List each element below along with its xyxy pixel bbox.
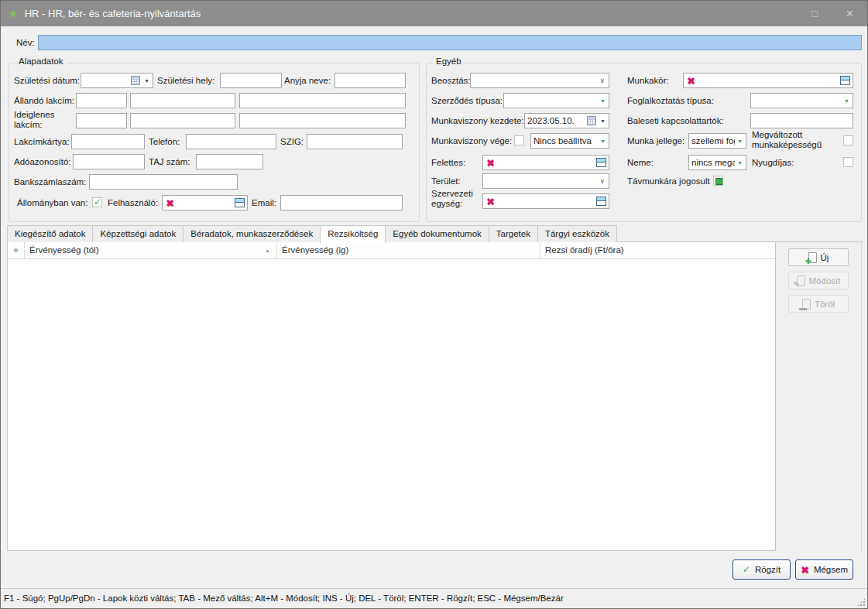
taj-szam-input[interactable] [196,154,263,169]
szervezeti-egyseg-lookup[interactable]: ✖ [482,193,609,209]
rogzit-button[interactable]: ✓ Rögzít [732,559,791,580]
nyugdijas-checkbox[interactable] [843,157,853,167]
lookup-button[interactable] [232,197,246,209]
required-x-icon: ✖ [166,197,174,209]
dropdown-arrow-icon[interactable]: ▼ [737,160,743,166]
megvaltozott-label: Megváltozott munkaképességű [752,130,841,150]
munka-jellege-dropdown[interactable]: szellemi fogl ▼ [688,133,746,149]
delete-document-icon: ▬ [802,299,811,310]
szuletesi-datum-input[interactable]: ▼ [81,73,153,88]
group-egyeb-title: Egyéb [433,56,465,66]
tab-kiegeszito-adatok[interactable]: Kiegészítő adatok [7,225,93,242]
megvaltozott-checkbox[interactable] [843,135,853,145]
felhasznalo-lookup[interactable]: ✖ [162,195,248,210]
column-header-rezsi-oradij[interactable]: Rezsi óradíj (Ft/óra) [540,242,775,258]
tavmunkara-checkbox[interactable] [713,176,723,186]
group-egyeb: Egyéb Beosztás: ∨ Munkakör: ✖ Szerződés … [426,63,862,222]
name-input[interactable] [38,35,862,50]
tavmunkara-label: Távmunkára jogosult [627,173,710,189]
anyja-neve-input[interactable] [335,73,406,88]
szuletesi-hely-input[interactable] [220,73,282,88]
neme-dropdown[interactable]: nincs megad ▼ [688,155,746,170]
edit-document-icon: ✎ [797,275,805,286]
felhasznalo-label: Felhasználó: [108,195,158,210]
dropdown-arrow-icon[interactable]: ▼ [600,139,606,144]
beosztas-combobox[interactable]: ∨ [470,73,609,88]
szerzodes-tipusa-dropdown[interactable]: ▼ [503,93,609,108]
allomanyban-van-label: Állományban van: [17,195,87,210]
telefon-input[interactable] [186,134,276,149]
szervezeti-egyseg-label: Szervezeti egység: [431,189,481,209]
torol-button[interactable]: ▬ Töröl [788,295,849,313]
lakcimkartya-input[interactable] [71,134,145,149]
close-button[interactable]: ✕ [832,1,867,26]
chevron-down-icon[interactable]: ∨ [599,76,605,85]
adoazonosito-input[interactable] [73,154,145,169]
dropdown-arrow-icon[interactable]: ▼ [737,139,743,144]
foglalkoztatas-tipusa-label: Foglalkoztatás típusa: [627,93,714,108]
megsem-button[interactable]: ✖ Mégsem [795,559,853,580]
terulet-combobox[interactable]: ∨ [482,173,609,189]
lookup-button[interactable] [594,156,608,169]
taj-szam-label: TAJ szám: [149,154,190,169]
grid-side-panel: ✚ Új ✎ Módosít ▬ Töröl [776,242,862,551]
required-x-icon: ✖ [486,196,495,207]
ideiglenes-lakcim-input-2[interactable] [130,113,235,128]
email-input[interactable] [280,195,403,210]
munkakor-lookup[interactable]: ✖ [683,73,853,88]
ideiglenes-lakcim-input-3[interactable] [239,113,406,128]
column-header-ervenyesseg-tol[interactable]: Érvényesség (tól) ▲ [25,242,277,258]
modosit-button[interactable]: ✎ Módosít [788,272,849,289]
status-bar: F1 - Súgó; PgUp/PgDn - Lapok közti váltá… [1,588,867,608]
dropdown-arrow-icon[interactable]: ▼ [844,98,849,104]
tab-beradatok[interactable]: Béradatok, munkaszerződések [183,225,321,242]
telefon-label: Telefon: [149,134,180,149]
app-window: ✳ HR - HR, bér- és cafeteria-nyilvántart… [0,0,868,609]
grid-header: ✳ Érvényesség (tól) ▲ Érvényesség (ig) R… [8,242,775,259]
window-icon [840,76,850,85]
allando-lakcim-input-2[interactable] [130,93,235,108]
foglalkoztatas-tipusa-dropdown[interactable]: ▼ [750,93,853,108]
window-icon [596,197,606,206]
uj-button[interactable]: ✚ Új [788,248,849,266]
resize-grip-icon[interactable] [856,597,866,607]
tab-kepzettsegi-adatok[interactable]: Képzettségi adatok [92,225,184,242]
titlebar: ✳ HR - HR, bér- és cafeteria-nyilvántart… [1,1,867,26]
tab-egyeb-dokumentumok[interactable]: Egyéb dokumentumok [385,225,489,242]
column-header-ervenyesseg-ig[interactable]: Érvényesség (ig) [277,242,540,258]
dropdown-arrow-icon[interactable]: ▼ [600,118,606,124]
group-alapadatok-title: Alapadatok [15,56,67,66]
ideiglenes-lakcim-input-1[interactable] [76,113,127,128]
app-icon: ✳ [9,9,18,19]
cancel-x-icon: ✖ [801,565,809,575]
tab-rezsikoltseg[interactable]: Rezsiköltség [320,225,386,243]
munka-jellege-label: Munka jellege: [627,133,684,149]
calendar-icon [131,76,140,85]
required-x-icon: ✖ [486,157,495,169]
grid-settings-cell[interactable]: ✳ [8,242,25,258]
baleseti-input[interactable] [750,113,853,128]
allando-lakcim-input-3[interactable] [239,93,406,108]
allomanyban-van-checkbox[interactable] [92,197,102,207]
rezsikoltseg-grid: ✳ Érvényesség (tól) ▲ Érvényesség (ig) R… [7,242,776,551]
dropdown-arrow-icon[interactable]: ▼ [144,78,149,84]
munkaviszony-kezdete-label: Munkaviszony kezdete: [431,113,524,128]
munkaviszony-kezdete-input[interactable]: 2023.05.10. ▼ [524,113,609,128]
munkaviszony-vege-dropdown[interactable]: Nincs beállítva ▼ [530,133,609,149]
allando-lakcim-input-1[interactable] [76,93,127,108]
felettes-lookup[interactable]: ✖ [482,155,609,170]
bankszamlaszam-label: Bankszámlaszám: [14,174,86,190]
dropdown-arrow-icon[interactable]: ▼ [600,98,606,104]
munkaviszony-vege-checkbox[interactable] [514,135,524,145]
lookup-button[interactable] [838,74,852,87]
bankszamlaszam-input[interactable] [89,174,238,190]
grid-body[interactable] [8,259,775,550]
chevron-down-icon[interactable]: ∨ [599,176,605,186]
neme-label: Neme: [627,155,654,170]
tab-targyi-eszkozok[interactable]: Tárgyi eszközök [537,225,617,242]
szig-input[interactable] [307,134,403,149]
lookup-button[interactable] [594,195,608,207]
maximize-button[interactable]: □ [798,1,832,26]
calendar-icon [587,116,596,125]
tab-targetek[interactable]: Targetek [489,225,538,242]
